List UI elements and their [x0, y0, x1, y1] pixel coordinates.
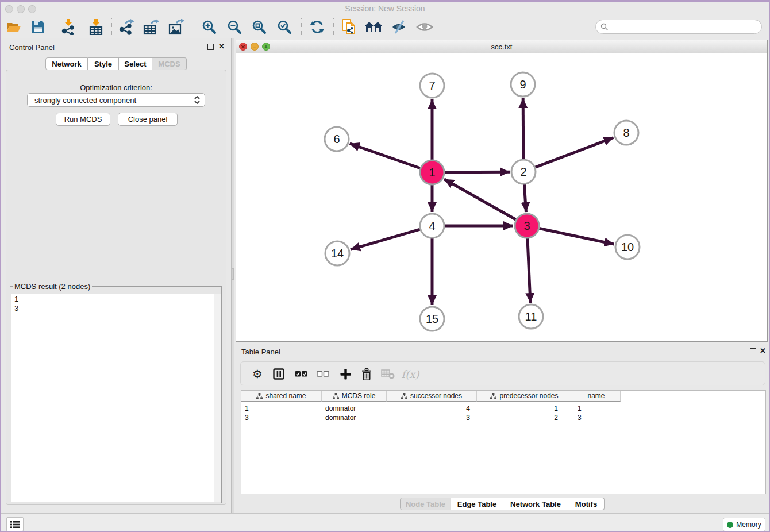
- table-panel-float-icon[interactable]: [750, 348, 756, 354]
- tab-motifs[interactable]: Motifs: [568, 498, 605, 510]
- duplicate-network-button[interactable]: [339, 17, 359, 37]
- mcds-result-list[interactable]: 1 3: [11, 294, 221, 502]
- tab-network[interactable]: Network: [45, 57, 88, 70]
- export-network-button[interactable]: [117, 17, 136, 37]
- shared-column-icon: [333, 393, 339, 399]
- toolbar-separator: [55, 18, 55, 36]
- table-cell[interactable]: dominator: [325, 413, 386, 422]
- edge-3-1[interactable]: [444, 179, 516, 219]
- toolbar-separator: [301, 18, 302, 36]
- gear-icon: ⚙: [252, 367, 263, 381]
- column-header-successor-nodes[interactable]: successor nodes: [387, 391, 477, 402]
- table-settings-button[interactable]: ⚙: [248, 364, 267, 384]
- dropdown-stepper-icon: [191, 95, 203, 105]
- import-network-button[interactable]: [59, 17, 78, 37]
- table-cell[interactable]: 1: [245, 404, 319, 413]
- export-image-button[interactable]: [167, 17, 186, 37]
- table-cell[interactable]: 2: [477, 413, 558, 422]
- close-panel-button[interactable]: Close panel: [118, 113, 178, 126]
- node-label-8: 8: [623, 126, 629, 139]
- show-all-button[interactable]: [415, 17, 434, 37]
- control-panel-tabs: Network Style Select MCDS: [45, 57, 187, 70]
- memory-button[interactable]: Memory: [723, 518, 765, 531]
- search-input[interactable]: [595, 20, 762, 34]
- export-network-icon: [118, 19, 134, 35]
- column-header-name[interactable]: name: [572, 391, 621, 402]
- tab-mcds[interactable]: MCDS: [152, 57, 187, 70]
- unselect-all-columns-button[interactable]: [313, 364, 333, 384]
- control-panel-float-icon[interactable]: [207, 44, 214, 50]
- edge-3-11[interactable]: [528, 238, 530, 303]
- node-label-6: 6: [333, 133, 340, 145]
- open-session-button[interactable]: [4, 17, 24, 37]
- criterion-dropdown[interactable]: strongly connected component: [27, 93, 205, 107]
- network-window-titlebar[interactable]: ✕ − + scc.txt: [236, 40, 767, 53]
- run-mcds-button[interactable]: Run MCDS: [56, 113, 110, 126]
- edge-1-6[interactable]: [350, 144, 421, 168]
- delete-table-icon: [381, 369, 395, 379]
- tab-select[interactable]: Select: [119, 57, 152, 70]
- delete-table-button[interactable]: [378, 364, 398, 384]
- node-table[interactable]: shared name MCDS role successor nodes pr…: [241, 390, 766, 494]
- node-label-10: 10: [621, 241, 634, 253]
- table-cell[interactable]: 1: [477, 404, 558, 413]
- plus-icon: [340, 369, 351, 380]
- import-table-icon: [88, 19, 103, 35]
- export-image-icon: [168, 19, 184, 35]
- table-cell[interactable]: 3: [578, 413, 618, 422]
- refresh-view-button[interactable]: [307, 17, 327, 37]
- create-column-button[interactable]: [336, 364, 355, 384]
- show-columns-button[interactable]: [269, 364, 288, 384]
- table-cell[interactable]: 3: [245, 413, 319, 422]
- column-header-mcds-role[interactable]: MCDS role: [322, 391, 387, 402]
- refresh-icon: [310, 20, 325, 34]
- save-floppy-icon: [31, 20, 45, 34]
- zoom-in-button[interactable]: [199, 17, 219, 37]
- app-title: Session: New Session: [1, 4, 769, 13]
- table-panel-close-icon[interactable]: ✕: [760, 346, 766, 355]
- edge-2-3[interactable]: [524, 184, 526, 212]
- table-cell[interactable]: dominator: [325, 404, 386, 413]
- network-window: ✕ − + scc.txt 7968124314101511: [236, 40, 768, 342]
- splitter-handle[interactable]: [232, 268, 234, 280]
- save-session-button[interactable]: [28, 17, 48, 37]
- zoom-fit-button[interactable]: [249, 17, 269, 37]
- result-item[interactable]: 3: [14, 304, 221, 313]
- network-graph[interactable]: 7968124314101511: [236, 53, 767, 341]
- table-cell[interactable]: 1: [578, 404, 618, 413]
- select-all-columns-button[interactable]: [291, 364, 311, 384]
- zoom-selected-button[interactable]: [275, 17, 294, 37]
- node-label-9: 9: [519, 78, 526, 91]
- import-table-button[interactable]: [86, 17, 106, 37]
- edge-1-2[interactable]: [445, 172, 510, 172]
- table-cell[interactable]: 3: [387, 413, 470, 422]
- list-icon: [10, 521, 20, 529]
- tab-edge-table[interactable]: Edge Table: [451, 498, 503, 510]
- result-item[interactable]: 1: [14, 295, 221, 304]
- task-history-button[interactable]: [6, 517, 24, 531]
- edge-4-14[interactable]: [351, 229, 420, 249]
- network-canvas[interactable]: 7968124314101511: [236, 53, 767, 341]
- function-builder-button[interactable]: f(x): [401, 364, 420, 384]
- mcds-result-group: MCDS result (2 nodes) 1 3: [10, 286, 222, 503]
- table-cell[interactable]: 4: [387, 404, 470, 413]
- result-scrollbar[interactable]: [214, 294, 221, 502]
- tab-network-table[interactable]: Network Table: [503, 498, 568, 510]
- edge-3-10[interactable]: [540, 229, 614, 244]
- hide-selected-button[interactable]: [389, 17, 409, 37]
- column-header-shared-name[interactable]: shared name: [241, 391, 322, 402]
- edge-2-8[interactable]: [536, 138, 614, 168]
- column-header-predecessor-nodes[interactable]: predecessor nodes: [477, 391, 572, 402]
- control-panel-close-icon[interactable]: ✕: [218, 42, 225, 51]
- table-panel-header: Table Panel ✕: [234, 344, 770, 361]
- tab-style[interactable]: Style: [88, 57, 119, 70]
- zoom-out-button[interactable]: [225, 17, 244, 37]
- zoom-selected-icon: [277, 20, 292, 34]
- tab-node-table[interactable]: Node Table: [400, 498, 451, 510]
- delete-column-button[interactable]: [357, 364, 376, 384]
- main-toolbar: [1, 16, 769, 38]
- shared-column-icon: [256, 393, 263, 399]
- edge-2-9[interactable]: [523, 98, 523, 159]
- network-overview-button[interactable]: [364, 17, 383, 37]
- export-table-button[interactable]: [141, 17, 161, 37]
